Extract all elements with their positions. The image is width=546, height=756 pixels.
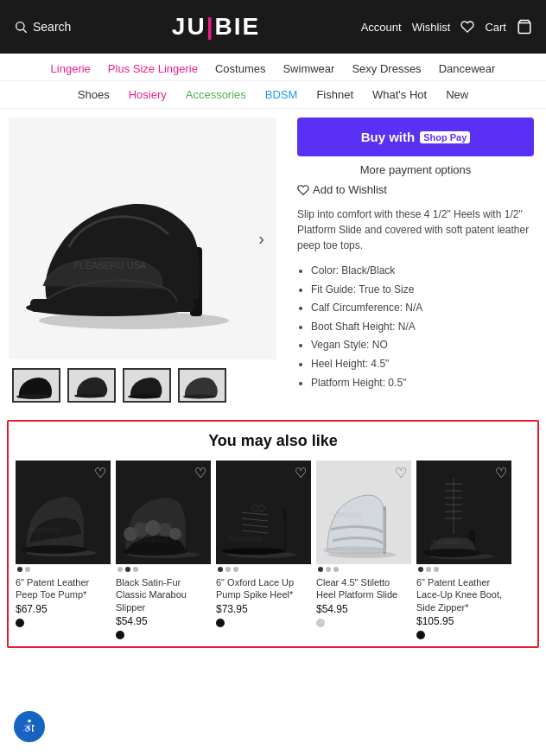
sub-shoes[interactable]: Shoes — [78, 88, 110, 101]
rec-item-2: PLEASERUS ♡ Black Satin-Fur Classic Mara… — [116, 461, 211, 639]
search-button[interactable]: Search — [14, 20, 71, 34]
spec-color: Color: Black/Black — [311, 262, 534, 281]
cat-costumes[interactable]: Costumes — [215, 62, 266, 75]
wishlist-icon-3[interactable]: ♡ — [295, 465, 307, 481]
wishlist-icon-1[interactable]: ♡ — [94, 465, 106, 481]
svg-rect-14 — [214, 386, 217, 396]
rec-name-2[interactable]: Black Satin-Fur Classic Marabou Slipper — [116, 576, 211, 613]
rec-color-3 — [216, 619, 225, 627]
rec-image-2[interactable]: PLEASERUS ♡ — [116, 461, 211, 564]
rec-color-5 — [416, 631, 425, 639]
product-description: Slip into comfort with these 4 1/2" Heel… — [297, 206, 534, 253]
rec-image-3[interactable]: PLEASERU ♡ — [216, 461, 311, 564]
search-label: Search — [33, 20, 71, 34]
more-payment-options[interactable]: More payment options — [297, 163, 534, 176]
recommendations-grid: PLEASERU ♡ 6" Patent Leather Peep Toe Pu… — [16, 461, 530, 639]
svg-point-39 — [324, 547, 386, 554]
rec-dots-4 — [318, 567, 411, 572]
main-product-image[interactable]: PLEASERU USA › — [9, 118, 276, 359]
svg-rect-8 — [48, 386, 51, 397]
cat-lingerie[interactable]: Lingerie — [51, 62, 91, 75]
thumbnail-4[interactable] — [178, 368, 226, 403]
svg-point-13 — [128, 394, 161, 398]
logo-bar: | — [206, 13, 215, 40]
rec-item-3: PLEASERU ♡ 6" Oxford Lace Up Pump Spike … — [216, 461, 311, 639]
cat-plus-size[interactable]: Plus Size Lingerie — [108, 62, 198, 75]
thumbnail-3[interactable] — [123, 368, 171, 403]
rec-image-1[interactable]: PLEASERU ♡ — [16, 461, 111, 564]
cat-dancewear[interactable]: Dancewear — [439, 62, 496, 75]
buy-shopify-button[interactable]: Buy with Shop Pay — [297, 118, 534, 156]
rec-item-5: PLEASERU ♡ 6" Patent Leather Lace-Up Kne… — [416, 461, 511, 639]
thumb-shoe-4 — [181, 371, 224, 401]
rec-dots-5 — [418, 567, 511, 572]
buy-label: Buy with — [361, 130, 416, 144]
sub-whats-hot[interactable]: What's Hot — [372, 88, 427, 101]
svg-point-27 — [169, 528, 181, 540]
sub-new[interactable]: New — [446, 88, 468, 101]
thumbnail-row — [9, 368, 276, 403]
svg-point-9 — [16, 394, 51, 399]
spec-calf: Calf Circumference: N/A — [311, 299, 534, 318]
rec-image-5[interactable]: PLEASERU ♡ — [416, 461, 511, 564]
product-images: PLEASERU USA › — [0, 109, 285, 411]
rec-shoe-5: PLEASERU — [421, 465, 507, 560]
svg-text:PLEASERU: PLEASERU — [431, 539, 463, 545]
rec-price-5: $105.95 — [416, 615, 511, 627]
dot — [434, 567, 439, 572]
svg-text:PLEASERU: PLEASERU — [30, 527, 62, 533]
sub-hosiery[interactable]: Hosiery — [129, 88, 167, 101]
next-image-button[interactable]: › — [258, 229, 264, 249]
sub-accessories[interactable]: Accessories — [186, 88, 246, 101]
rec-dots-2 — [117, 567, 211, 572]
rec-price-1: $67.95 — [16, 603, 111, 615]
rec-name-1[interactable]: 6" Patent Leather Peep Toe Pump* — [16, 576, 111, 601]
spec-shaft: Boot Shaft Height: N/A — [311, 318, 534, 337]
wishlist-icon-5[interactable]: ♡ — [495, 465, 507, 481]
svg-point-11 — [74, 393, 105, 397]
dot — [125, 567, 130, 572]
svg-text:PLEASERU: PLEASERU — [329, 511, 361, 518]
sub-bdsm[interactable]: BDSM — [265, 88, 298, 101]
rec-price-4: $54.95 — [316, 603, 411, 615]
logo-left: JU — [172, 13, 206, 40]
rec-image-4[interactable]: PLEASERU ♡ — [316, 461, 411, 564]
wishlist-label: Add to Wishlist — [313, 183, 387, 196]
rec-item-4: PLEASERU ♡ Clear 4.5" Stiletto Heel Plat… — [316, 461, 411, 639]
thumb-shoe-2 — [70, 371, 113, 401]
cart-link[interactable]: Cart — [485, 21, 506, 34]
svg-point-22 — [122, 547, 187, 556]
rec-shoe-1: PLEASERU — [20, 465, 106, 560]
rec-name-4[interactable]: Clear 4.5" Stiletto Heel Platform Slide — [316, 576, 411, 601]
thumbnail-1[interactable] — [12, 368, 60, 403]
dot — [326, 567, 331, 572]
rec-color-4 — [316, 619, 325, 627]
dot — [426, 567, 431, 572]
svg-point-15 — [183, 394, 216, 398]
wishlist-link[interactable]: Wishlist — [412, 21, 451, 34]
thumbnail-2[interactable] — [67, 368, 116, 403]
rec-name-3[interactable]: 6" Oxford Lace Up Pump Spike Heel* — [216, 576, 311, 601]
rec-name-5[interactable]: 6" Patent Leather Lace-Up Knee Boot, Sid… — [416, 576, 511, 613]
dot — [233, 567, 238, 572]
add-to-wishlist[interactable]: Add to Wishlist — [297, 183, 534, 196]
sub-fishnet[interactable]: Fishnet — [316, 88, 353, 101]
thumb-shoe-1 — [15, 371, 58, 401]
wishlist-icon-2[interactable]: ♡ — [194, 465, 206, 481]
svg-point-44 — [422, 549, 481, 557]
spec-platform: Platform Height: 0.5" — [311, 374, 534, 393]
svg-point-35 — [222, 548, 284, 555]
recommendations-section: You may also like PLEASERU ♡ 6" Patent L… — [7, 420, 539, 648]
cart-icon — [517, 19, 532, 35]
product-area: PLEASERU USA › — [0, 109, 546, 411]
logo-right: BIE — [214, 13, 260, 40]
shop-pay-logo: Shop Pay — [420, 131, 470, 143]
wishlist-icon-4[interactable]: ♡ — [395, 465, 407, 481]
site-logo[interactable]: JU|BIE — [172, 13, 260, 41]
recommendations-title: You may also like — [16, 432, 530, 450]
account-link[interactable]: Account — [361, 21, 402, 34]
cat-swimwear[interactable]: Swimwear — [283, 62, 334, 75]
rec-dots-3 — [218, 567, 311, 572]
cat-dresses[interactable]: Sexy Dresses — [352, 62, 421, 75]
rec-price-3: $73.95 — [216, 603, 311, 615]
